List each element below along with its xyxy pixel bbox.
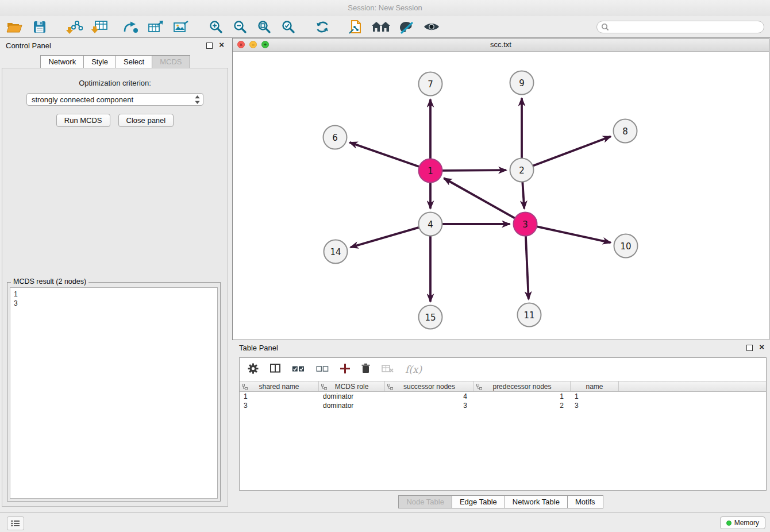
memory-button[interactable]: Memory [720,516,765,529]
svg-text:3: 3 [522,219,528,230]
table-cell[interactable]: 1 [571,392,619,401]
export-table-button[interactable] [145,18,167,36]
table-cell[interactable]: 1 [474,392,571,401]
table-cell[interactable]: 3 [240,401,319,410]
import-table-button[interactable] [88,18,110,36]
deselect-all-columns-button[interactable] [316,364,329,375]
table-cell[interactable] [619,401,766,410]
zoom-out-button[interactable] [229,18,251,36]
zoom-fit-icon [257,20,271,34]
node-8[interactable]: 8 [614,119,637,143]
column-header-successor-nodes[interactable]: successor nodes [385,381,474,391]
table-row[interactable]: 1dominator411 [240,392,766,401]
edge-2-3[interactable] [522,182,524,209]
table-cell[interactable]: dominator [319,401,385,410]
tab-motifs[interactable]: Motifs [567,495,603,508]
import-network-button[interactable] [63,18,85,36]
close-panel-icon[interactable]: × [759,342,764,352]
minimize-window-icon[interactable]: − [249,41,257,48]
column-header-name[interactable]: name [571,381,619,391]
zoom-window-icon[interactable]: + [261,41,269,48]
new-network-button[interactable] [120,18,141,36]
apply-style-button[interactable] [395,18,417,36]
tab-network[interactable]: Network [40,55,84,68]
mcds-result-list[interactable]: 13 [10,287,218,499]
search-input[interactable] [611,22,764,32]
column-header-shared-name[interactable]: shared name [240,381,319,391]
table-cell[interactable]: 4 [385,392,474,401]
edge-3-10[interactable] [537,226,611,242]
tab-mcds[interactable]: MCDS [152,55,190,68]
task-history-button[interactable] [7,516,24,530]
tab-style[interactable]: Style [83,55,116,68]
node-7[interactable]: 7 [419,72,442,96]
network-window-titlebar[interactable]: × − + scc.txt [233,38,769,52]
run-mcds-button[interactable]: Run MCDS [56,114,110,127]
edge-4-14[interactable] [351,228,419,248]
column-header-predecessor-nodes[interactable]: predecessor nodes [474,381,571,391]
edge-3-11[interactable] [526,236,529,299]
export-network-document-button[interactable] [345,18,367,36]
refresh-button[interactable] [311,18,333,36]
column-header-mcds-role[interactable]: MCDS role [319,381,385,391]
open-session-button[interactable] [3,18,25,36]
tab-select[interactable]: Select [116,55,152,68]
table-cell[interactable]: 2 [474,401,571,410]
attribute-icon [321,384,327,390]
table-settings-button[interactable] [248,363,259,376]
network-canvas[interactable]: 7968124314101511 [233,51,769,340]
zoom-selected-button[interactable] [277,18,299,36]
table-cell[interactable]: dominator [319,392,385,401]
tab-node-table[interactable]: Node Table [398,495,452,508]
zoom-in-button[interactable] [205,18,226,36]
home-layout-button[interactable] [370,18,392,36]
node-4[interactable]: 4 [419,213,442,236]
table-row[interactable]: 3dominator323 [240,401,766,410]
svg-text:14: 14 [330,247,341,257]
save-floppy-icon [33,21,46,33]
tab-edge-table[interactable]: Edge Table [452,495,505,508]
table-cell[interactable]: 3 [385,401,474,410]
show-hide-button[interactable] [421,18,442,36]
table-cell[interactable]: 1 [240,392,319,401]
node-1[interactable]: 1 [419,159,442,183]
node-table-container: f(x) shared name [239,357,767,491]
import-group [63,18,110,36]
select-all-columns-button[interactable] [292,364,305,375]
node-9[interactable]: 9 [510,71,534,95]
function-builder-button[interactable]: f(x) [405,364,422,375]
close-panel-button[interactable]: Close panel [118,114,174,127]
edge-2-8[interactable] [533,137,611,166]
table-cell[interactable] [619,392,766,401]
float-window-icon[interactable] [206,43,213,49]
edge-1-6[interactable] [349,142,419,167]
trash-icon [361,363,370,373]
tab-network-table[interactable]: Network Table [505,495,568,508]
node-6[interactable]: 6 [324,126,347,149]
edge-1-2[interactable] [442,170,506,171]
unchecked-boxes-icon [316,365,329,372]
view-tools-group [345,18,442,36]
export-image-button[interactable] [170,18,192,36]
save-session-button[interactable] [29,18,51,36]
edge-3-1[interactable] [444,178,515,218]
delete-column-button[interactable] [361,363,370,376]
node-11[interactable]: 11 [518,303,541,327]
node-14[interactable]: 14 [324,240,348,264]
traffic-lights: × − + [237,41,269,48]
node-15[interactable]: 15 [419,306,442,329]
close-window-icon[interactable]: × [237,41,245,48]
float-window-icon[interactable] [746,345,753,351]
create-column-button[interactable] [340,364,350,376]
node-10[interactable]: 10 [614,234,638,258]
close-panel-icon[interactable]: × [219,40,224,49]
node-3[interactable]: 3 [514,213,537,236]
table-cell[interactable]: 3 [571,401,619,410]
criterion-dropdown[interactable]: strongly connected component [26,93,203,106]
attribute-icon [387,384,393,390]
show-columns-button[interactable] [270,364,280,375]
zoom-fit-button[interactable] [253,18,275,36]
delete-table-button[interactable] [382,364,394,375]
node-2[interactable]: 2 [510,159,534,182]
search-box[interactable] [596,21,764,33]
